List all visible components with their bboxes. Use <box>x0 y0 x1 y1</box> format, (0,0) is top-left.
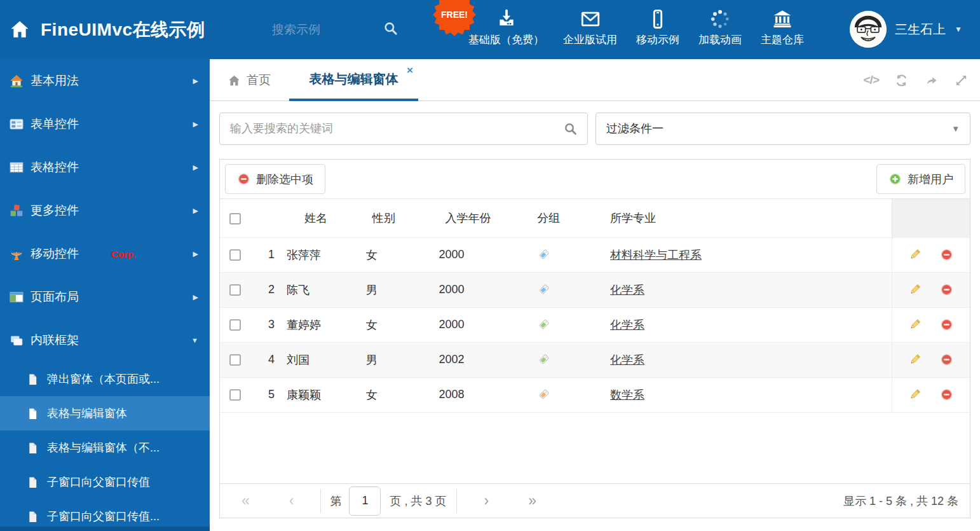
keyword-search-box <box>219 113 588 145</box>
avatar[interactable] <box>850 11 887 48</box>
sidebar-item-basic-usage[interactable]: 基本用法 ▶ <box>0 59 210 102</box>
header-nav: 基础版（免费） 企业版试用 移动示例 加载动画 主题仓库 <box>459 0 813 59</box>
file-icon <box>27 442 39 454</box>
sidebar-item-iframe[interactable]: 内联框架 ▼ <box>0 319 210 362</box>
header-number <box>257 199 283 237</box>
tab-grid-edit-window[interactable]: 表格与编辑窗体 × <box>289 59 418 101</box>
cell-gender: 女 <box>363 377 436 412</box>
cell-year: 2000 <box>436 237 534 272</box>
sidebar-bottom-strip <box>0 527 210 531</box>
page-prefix-label: 第 <box>330 493 341 509</box>
page-number-input[interactable] <box>349 486 381 516</box>
row-checkbox[interactable] <box>229 319 241 331</box>
last-page-button[interactable]: » <box>528 492 536 509</box>
sidebar-item-label: 内联框架 <box>31 332 79 348</box>
major-link[interactable]: 数学系 <box>610 389 644 401</box>
sidebar-item-more-controls[interactable]: 更多控件 ▶ <box>0 189 210 232</box>
close-icon[interactable]: × <box>407 64 413 77</box>
edit-pencil-icon[interactable] <box>908 388 922 401</box>
major-link[interactable]: 化学系 <box>610 319 644 331</box>
delete-row-icon[interactable] <box>940 388 953 401</box>
first-page-button[interactable]: « <box>242 492 250 509</box>
sidebar-subitem-grid-edit-window[interactable]: 表格与编辑窗体 <box>0 396 210 431</box>
edit-pencil-icon[interactable] <box>908 248 922 261</box>
sidebar-item-label: 页面布局 <box>31 289 79 305</box>
sidebar-subitem-grid-edit-window-2[interactable]: 表格与编辑窗体（不... <box>0 431 210 465</box>
sidebar-item-page-layout[interactable]: 页面布局 ▶ <box>0 275 210 319</box>
add-user-button[interactable]: 新增用户 <box>876 164 965 194</box>
nav-label: 加载动画 <box>698 32 742 47</box>
user-name[interactable]: 三生石上 <box>895 0 946 59</box>
edit-pencil-icon[interactable] <box>908 283 922 296</box>
delete-row-icon[interactable] <box>940 248 953 261</box>
row-checkbox[interactable] <box>229 249 241 261</box>
nav-label: 主题仓库 <box>761 32 804 47</box>
source-code-icon[interactable]: </> <box>864 73 879 87</box>
nav-enterprise-trial[interactable]: 企业版试用 <box>554 0 627 59</box>
tab-tools: </> <box>864 59 969 101</box>
cell-gender: 男 <box>363 272 436 307</box>
form-icon <box>10 117 24 131</box>
button-label: 新增用户 <box>908 172 953 187</box>
sidebar-item-label: 表格控件 <box>31 159 79 176</box>
major-link[interactable]: 化学系 <box>610 354 644 366</box>
cell-name: 康颖颖 <box>283 377 363 412</box>
next-page-button[interactable]: › <box>484 492 489 509</box>
nav-basic-free[interactable]: 基础版（免费） <box>459 0 554 59</box>
chevron-down-icon: ▼ <box>951 113 960 144</box>
edit-pencil-icon[interactable] <box>908 318 922 331</box>
keyword-search-input[interactable] <box>230 113 554 144</box>
sidebar-subitem-label: 子窗口向父窗口传值... <box>47 509 160 524</box>
delete-row-icon[interactable] <box>940 283 953 296</box>
cell-year: 2000 <box>436 272 534 307</box>
chevron-right-icon: ▶ <box>193 120 198 128</box>
sidebar-item-label: 移动控件 <box>31 245 79 262</box>
sidebar-item-mobile-controls[interactable]: 移动控件 Corp. ▶ <box>0 232 210 275</box>
sidebar-item-label: 表单控件 <box>31 116 79 132</box>
nav-theme-store[interactable]: 主题仓库 <box>751 0 813 59</box>
header-checkbox-cell <box>220 199 257 237</box>
cell-name: 刘国 <box>283 342 363 377</box>
chevron-right-icon: ▶ <box>193 293 198 301</box>
expand-icon[interactable] <box>954 73 969 88</box>
envelope-icon <box>580 8 601 30</box>
delete-row-icon[interactable] <box>940 353 953 366</box>
sidebar-subitem-label: 弹出窗体（本页面或... <box>47 371 160 387</box>
tab-home[interactable]: 首页 <box>228 59 271 101</box>
search-icon[interactable] <box>563 121 578 137</box>
sidebar-item-grid-controls[interactable]: 表格控件 ▶ <box>0 146 210 189</box>
select-all-checkbox[interactable] <box>229 213 241 224</box>
refresh-icon[interactable] <box>894 73 909 88</box>
delete-selected-button[interactable]: 删除选中项 <box>225 164 325 194</box>
table-row: 3 董婷婷 女 2000 化学系 <box>220 307 970 342</box>
row-checkbox[interactable] <box>229 284 241 296</box>
edit-pencil-icon[interactable] <box>908 353 922 366</box>
major-link[interactable]: 化学系 <box>610 284 644 296</box>
share-icon[interactable] <box>924 73 939 88</box>
nav-mobile-demo[interactable]: 移动示例 <box>627 0 689 59</box>
major-link[interactable]: 材料科学与工程系 <box>610 249 702 261</box>
filter-dropdown[interactable]: 过滤条件一 ▼ <box>595 113 970 145</box>
pager-divider <box>320 489 321 513</box>
header-search-input[interactable] <box>272 19 374 41</box>
bank-icon <box>772 8 793 30</box>
remove-circle-icon <box>237 172 250 186</box>
tab-bar: 首页 表格与编辑窗体 × </> <box>210 59 980 101</box>
column-header-major: 所学专业 <box>607 199 892 237</box>
cell-gender: 男 <box>363 342 436 377</box>
row-checkbox[interactable] <box>229 354 241 366</box>
column-header-group: 分组 <box>534 199 607 237</box>
sidebar-subitem-popup-window[interactable]: 弹出窗体（本页面或... <box>0 362 210 396</box>
home-icon[interactable] <box>9 18 31 40</box>
row-checkbox[interactable] <box>229 389 241 401</box>
cubes-icon <box>10 203 24 217</box>
nav-loading-animation[interactable]: 加载动画 <box>689 0 751 59</box>
cell-gender: 女 <box>363 307 436 342</box>
prev-page-button[interactable]: ‹ <box>289 492 294 509</box>
search-icon[interactable] <box>383 20 399 37</box>
sidebar-item-form-controls[interactable]: 表单控件 ▶ <box>0 102 210 146</box>
sidebar-subitem-child-to-parent[interactable]: 子窗口向父窗口传值 <box>0 465 210 499</box>
home-icon <box>10 74 24 88</box>
delete-row-icon[interactable] <box>940 318 953 331</box>
chevron-down-icon[interactable]: ▼ <box>955 0 962 59</box>
